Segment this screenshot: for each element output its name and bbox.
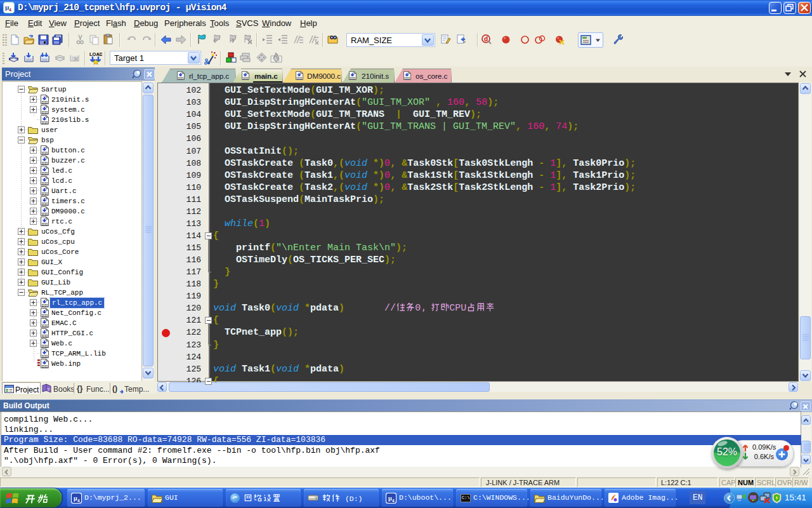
svg-text:?: ? (47, 387, 50, 392)
svg-text:LOAD: LOAD (89, 51, 102, 57)
svg-text:4: 4 (9, 8, 11, 12)
svg-text:4: 4 (77, 498, 80, 503)
svg-text:d: d (484, 36, 488, 43)
svg-text:4: 4 (392, 498, 395, 503)
